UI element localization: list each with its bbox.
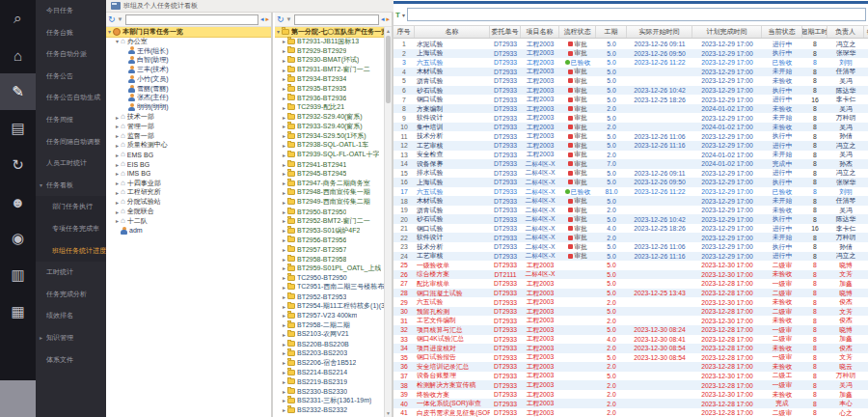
column-header-项目名称[interactable]: 项目名称 <box>521 26 559 38</box>
folder-item[interactable]: ▸BT2947-商务二期商务室 <box>275 179 385 188</box>
dept-item[interactable]: ▸⌂质量检测中心 <box>106 141 271 151</box>
column-header-负责人[interactable]: 负责人 <box>827 26 864 38</box>
tree-toggle-icon[interactable]: ▸ <box>281 349 287 356</box>
folder-item[interactable]: ▸BT2952-BMT2-窗门二一 <box>275 216 385 226</box>
tree-toggle-icon[interactable]: ▸ <box>281 227 287 234</box>
folder-item[interactable]: ▸TC2950-BT2950 <box>275 273 385 283</box>
table-row[interactable]: 36安全培训记录汇总DT2933工程20032.02023-12-28 17:0… <box>393 362 868 372</box>
table-row[interactable]: 1水泥试验DT2933工程2003审批5.02023-12-26 09:1120… <box>393 40 868 49</box>
folder-item[interactable]: ▸BT2957-BT2957 <box>275 244 385 254</box>
folder-item[interactable]: ▸BT2950-BT2950 <box>275 207 385 216</box>
tree-toggle-icon[interactable]: ▸ <box>114 217 121 224</box>
card-icon[interactable]: ▦ <box>0 293 36 330</box>
folder-item[interactable]: ▸BT2958-二期二期 <box>275 320 385 330</box>
person-item[interactable]: 三丰(技术) <box>106 65 271 74</box>
tree-toggle-icon[interactable]: ▸ <box>114 161 121 168</box>
tree-toggle-icon[interactable]: ▸ <box>114 189 121 196</box>
tree-toggle-icon[interactable]: ▸ <box>281 47 287 54</box>
tree-toggle-icon[interactable]: ▸ <box>281 170 287 177</box>
tree-toggle-icon[interactable]: ▸ <box>281 303 287 310</box>
tree-toggle-icon[interactable]: ▸ <box>281 256 287 263</box>
org-root-item[interactable]: ▾本部门日常任务一览 <box>106 27 271 37</box>
dept-item[interactable]: ▸⌂工程研究所 <box>106 188 271 198</box>
tree-toggle-icon[interactable]: ▸ <box>281 293 287 300</box>
table-row[interactable]: 17六五试验DT2933二标4区-X已验收81.02023-12-26 11:2… <box>393 187 868 197</box>
sidebar-item-体系文件[interactable]: 体系文件 <box>36 349 106 372</box>
table-row[interactable]: 39终验收方案DT2933工程20032.02023-12-30 17:00未验… <box>393 390 868 400</box>
refresh-icon[interactable]: ↻ <box>108 15 116 24</box>
tree-toggle-icon[interactable]: ▸ <box>281 199 287 206</box>
column-header-超期工时[interactable]: 超期工时 <box>802 26 827 38</box>
table-row[interactable]: 41白皮书需求意见征集(SOR)DT2933工程20032.02023-12-2… <box>393 408 868 417</box>
scroll-down-icon[interactable]: ▼ <box>385 409 392 417</box>
table-row[interactable]: 38检测解决方案宣传稿DT2933工程20032.02023-12-28 17:… <box>393 380 868 390</box>
tree-toggle-icon[interactable]: ▸ <box>281 246 287 253</box>
tree-toggle-icon[interactable]: ▸ <box>281 274 287 281</box>
sidebar-item-任务自动分派[interactable]: 任务自动分派 <box>36 43 106 66</box>
tree-toggle-icon[interactable]: ▸ <box>281 180 287 186</box>
prev-arrow-icon[interactable]: ◂ <box>381 15 385 23</box>
table-row[interactable]: 12工艺审核DT2933工程2003审批5.02023-12-26 11:162… <box>393 141 868 151</box>
tree-toggle-icon[interactable]: ▸ <box>281 397 287 403</box>
table-row[interactable]: 40一体化系统(SOR)审查DT2933工程20032.02023-12-28 … <box>393 399 868 408</box>
tree-toggle-icon[interactable]: ▸ <box>281 152 287 158</box>
table-row[interactable]: 25一级验收单DT2933工程20035.02023-12-30 17:00二级… <box>393 261 868 270</box>
sidebar-item-专项任务完成率[interactable]: 专项任务完成率 <box>36 218 106 240</box>
tree-toggle-icon[interactable]: ▸ <box>114 142 121 149</box>
folder-item[interactable]: ▸BT2958-BT2958 <box>275 254 385 264</box>
folder-item[interactable]: ▸BT2931-BMT2-窗门一二 <box>275 65 385 74</box>
folder-item[interactable]: ▸BT2934-S29.50(1环系) <box>275 131 385 141</box>
folder-item[interactable]: ▸BS2203-BS2203 <box>275 348 385 358</box>
column-header-序号[interactable]: 序号 <box>393 26 415 38</box>
folder-item[interactable]: ▸BS2331-三标(1361-19m) <box>275 396 385 405</box>
table-row[interactable]: 10集中培训DT2933工程2003审批2.02024-01-02 17:00未… <box>393 123 868 132</box>
tree-toggle-icon[interactable]: ▸ <box>281 189 287 196</box>
table-row[interactable]: 34项目进度核对DT2933工程20032.02023-12-30 08:542… <box>393 344 868 353</box>
tree-toggle-icon[interactable]: ▸ <box>281 132 287 139</box>
tree-toggle-icon[interactable]: ▸ <box>281 95 287 101</box>
column-header-工期[interactable]: 工期 <box>596 26 627 38</box>
person-item[interactable]: 白智(助理) <box>106 55 271 65</box>
table-row[interactable]: 21钢口试验DT2933二标4区-X审批4.02023-12-25 18:262… <box>393 224 868 234</box>
tree-toggle-icon[interactable]: ▾ <box>114 38 121 44</box>
table-row[interactable]: 20砂石试验DT2933二标4区-X审批5.02023-12-26 10:422… <box>393 214 868 224</box>
person-item[interactable]: adm <box>106 226 271 236</box>
network-icon[interactable]: ◉ <box>0 220 36 257</box>
folder-tree-scrollbar[interactable]: ▲ ▼ <box>384 27 392 417</box>
dept-item[interactable]: ▸⌂全院联合 <box>106 207 271 216</box>
dept-item[interactable]: ▸⌂十四事业部 <box>106 179 271 188</box>
tree-toggle-icon[interactable]: ▸ <box>281 57 287 64</box>
folder-item[interactable]: ▸TC2951-西南二期三号楼栋布线241 <box>275 283 385 292</box>
tree-toggle-icon[interactable]: ▾ <box>275 28 282 35</box>
column-header-委托单号[interactable]: 委托单号 <box>490 26 521 38</box>
board-tab-label[interactable]: 班组及个人任务统计看板 <box>123 1 198 11</box>
table-row[interactable]: 18木材试验DT2933二标4区-X审批5.02023-12-29 17:00未… <box>393 196 868 206</box>
person-item[interactable]: 王伟(组长) <box>106 46 271 56</box>
tree-toggle-icon[interactable]: ▸ <box>281 236 287 243</box>
dept-item[interactable]: ▸⌂监督一部 <box>106 131 271 141</box>
person-item[interactable]: 小竹(文员) <box>106 74 271 84</box>
prev-arrow-icon[interactable]: ◂ <box>260 15 264 23</box>
dept-item[interactable]: ▸⌂技术一部 <box>106 112 271 122</box>
tree-toggle-icon[interactable]: ▾ <box>106 28 113 35</box>
folder-item[interactable]: ▸BT2959-S01PL_OATL_上线 <box>275 264 385 273</box>
chevron-down-icon[interactable]: ▾ <box>402 12 405 18</box>
sidebar-item-工时统计[interactable]: 工时统计 <box>36 262 106 284</box>
folder-item[interactable]: ▸BT2931-JB11国标13 <box>275 37 385 46</box>
table-row[interactable]: 35钢口试验报告DT2933工程20035.02023-12-30 08:542… <box>393 353 868 363</box>
table-row[interactable]: 32项目核算与汇总DT2933工程20035.02023-12-30 08:24… <box>393 325 868 335</box>
sidebar-item-班组任务统计进度[interactable]: 班组任务统计进度 <box>36 240 106 263</box>
tree-toggle-icon[interactable]: ▸ <box>281 114 287 121</box>
sidebar-item-任务台账[interactable]: 任务台账 <box>36 22 106 44</box>
folder-item[interactable]: ▸BT2930-BMAT(环试) <box>275 55 385 65</box>
table-row[interactable]: 28钢口混凝土试验DT2933工程20035.02023-12-25 13:43… <box>393 289 868 298</box>
tree-toggle-icon[interactable]: ▸ <box>281 208 287 215</box>
folder-item[interactable]: ▸BT2945-BT2945 <box>275 169 385 179</box>
table-row[interactable]: 4木材试验DT2933工程2003审批5.02023-12-29 17:00未开… <box>393 68 868 77</box>
table-row[interactable]: 26综合楼方案DT2111二标4区-X5.02023-12-30 17:00未验… <box>393 270 868 280</box>
next-arrow-icon[interactable]: ▸ <box>265 15 269 23</box>
tree-toggle-icon[interactable]: ▸ <box>281 312 287 319</box>
table-row[interactable]: 24工艺审核DT2933二标4区-X审批5.02023-12-26 11:162… <box>393 252 868 262</box>
table-row[interactable]: 27配比审核单DT2933工程20035.02023-12-28 17:00一级… <box>393 279 868 289</box>
book-icon[interactable]: ▥ <box>0 257 36 293</box>
